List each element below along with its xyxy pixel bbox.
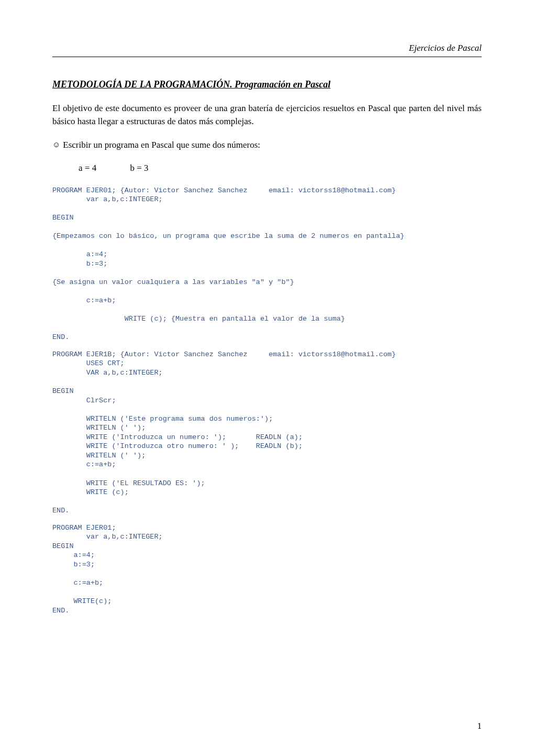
intro-paragraph: El objetivo de este documento es proveer… [52,102,482,128]
code-block-3: PROGRAM EJER01; var a,b,c:INTEGER; BEGIN… [52,523,482,615]
header-text: Ejercicios de Pascal [409,43,482,53]
example-values: a = 4 b = 3 [79,162,482,174]
page-number: 1 [52,720,482,732]
code-block-2: PROGRAM EJER1B; {Autor: Victor Sanchez S… [52,350,482,516]
page-header: Ejercicios de Pascal [52,42,482,57]
smiley-icon: ☺ [52,139,60,150]
value-a: a = 4 [79,163,96,173]
value-b: b = 3 [130,163,148,173]
document-title: METODOLOGÍA DE LA PROGRAMACIÓN. Programa… [52,78,482,91]
exercise-prompt-text: Escribir un programa en Pascal que sume … [63,139,260,151]
exercise-prompt-line: ☺ Escribir un programa en Pascal que sum… [52,139,482,151]
code-block-1: PROGRAM EJER01; {Autor: Victor Sanchez S… [52,186,482,342]
